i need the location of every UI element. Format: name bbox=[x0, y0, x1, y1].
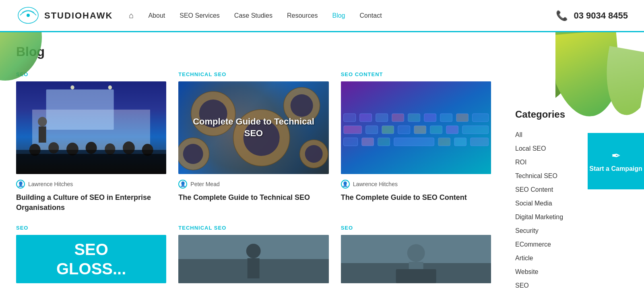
svg-rect-53 bbox=[248, 258, 260, 278]
svg-rect-44 bbox=[361, 138, 374, 146]
phone-icon: 📞 bbox=[556, 10, 568, 21]
svg-point-52 bbox=[246, 244, 261, 258]
blog-card-4: SEO SEOGLOSS... bbox=[16, 225, 166, 289]
svg-rect-26 bbox=[343, 114, 355, 122]
blog-category-2: TECHNICAL SEO bbox=[178, 71, 328, 77]
category-article[interactable]: Article bbox=[515, 251, 632, 265]
blog-post-title-1[interactable]: Building a Culture of SEO in Enterprise … bbox=[16, 193, 166, 213]
conference-image bbox=[16, 81, 166, 174]
nav-contact[interactable]: Contact bbox=[360, 12, 382, 19]
blog-category-4: SEO bbox=[16, 225, 166, 231]
nav-seo-services[interactable]: SEO Services bbox=[180, 12, 220, 19]
category-security[interactable]: Security bbox=[515, 224, 632, 238]
blog-grid-row2: SEO SEOGLOSS... TECHNICAL SEO bbox=[16, 225, 491, 289]
blog-image-6[interactable] bbox=[341, 235, 491, 283]
nav-about[interactable]: About bbox=[148, 12, 165, 19]
seo-glossary-image: SEOGLOSS... bbox=[16, 235, 166, 283]
svg-rect-40 bbox=[430, 126, 442, 134]
nav-case-studies[interactable]: Case Studies bbox=[234, 12, 272, 19]
svg-rect-42 bbox=[462, 126, 488, 134]
svg-rect-33 bbox=[456, 114, 468, 122]
svg-point-9 bbox=[105, 143, 115, 155]
svg-rect-32 bbox=[440, 114, 452, 122]
svg-rect-39 bbox=[414, 126, 426, 134]
person-image bbox=[341, 235, 491, 283]
blog-post-title-2[interactable]: The Complete Guide to Technical SEO bbox=[178, 193, 328, 203]
category-digital-marketing[interactable]: Digital Marketing bbox=[515, 210, 632, 224]
header: STUDIOHAWK ⌂ About SEO Services Case Stu… bbox=[0, 0, 644, 32]
svg-point-7 bbox=[66, 143, 78, 156]
main-wrapper: Blog SEO bbox=[0, 32, 644, 307]
author-row-2: 👤 Peter Mead bbox=[178, 180, 328, 189]
sidebar: Categories All Local SEO ROI Technical S… bbox=[507, 32, 644, 307]
author-row-1: 👤 Lawrence Hitches bbox=[16, 180, 166, 189]
logo-text: STUDIOHAWK bbox=[44, 10, 113, 21]
phone-number[interactable]: 03 9034 8455 bbox=[574, 10, 628, 21]
category-website[interactable]: Website bbox=[515, 265, 632, 279]
blog-card-2: TECHNICAL SEO bbox=[178, 71, 328, 213]
svg-rect-45 bbox=[378, 138, 390, 146]
blog-post-title-3[interactable]: The Complete Guide to SEO Content bbox=[341, 193, 491, 203]
blog-image-3[interactable]: Complete Guide to SEO Content bbox=[341, 81, 491, 174]
svg-rect-30 bbox=[408, 114, 420, 122]
start-campaign-button[interactable]: ✒ Start a Campaign bbox=[588, 133, 644, 189]
home-icon[interactable]: ⌂ bbox=[129, 11, 134, 20]
svg-rect-58 bbox=[396, 269, 436, 283]
blog-category-1: SEO bbox=[16, 71, 166, 77]
svg-rect-4 bbox=[39, 127, 46, 143]
blog-card-1: SEO bbox=[16, 71, 166, 213]
logo-icon bbox=[16, 4, 40, 27]
keyboard-image: Complete Guide to SEO Content bbox=[341, 81, 491, 174]
blog-card-5: TECHNICAL SEO bbox=[178, 225, 328, 289]
svg-rect-28 bbox=[376, 114, 388, 122]
gears-text: Complete Guide to Technical SEO bbox=[178, 112, 328, 143]
blog-content: Blog SEO bbox=[0, 32, 507, 307]
blog-image-1[interactable] bbox=[16, 81, 166, 174]
svg-point-13 bbox=[70, 85, 74, 89]
header-right: 📞 03 9034 8455 bbox=[556, 10, 628, 21]
campaign-icon: ✒ bbox=[611, 149, 621, 162]
svg-point-56 bbox=[407, 244, 425, 262]
nav-resources[interactable]: Resources bbox=[287, 12, 318, 19]
svg-rect-31 bbox=[424, 114, 436, 122]
blog-image-5[interactable] bbox=[178, 235, 328, 283]
svg-rect-12 bbox=[16, 154, 166, 174]
svg-rect-35 bbox=[343, 126, 361, 134]
svg-rect-49 bbox=[470, 138, 488, 146]
svg-point-22 bbox=[183, 144, 203, 164]
seo-glossary-text: SEOGLOSS... bbox=[56, 240, 126, 278]
svg-point-8 bbox=[86, 142, 97, 154]
nav-blog[interactable]: Blog bbox=[332, 12, 345, 19]
svg-rect-37 bbox=[382, 126, 394, 134]
blog-grid-row1: SEO bbox=[16, 71, 491, 213]
blog-image-2[interactable]: Complete Guide to Technical SEO bbox=[178, 81, 328, 174]
category-seo[interactable]: SEO bbox=[515, 279, 632, 292]
svg-rect-29 bbox=[392, 114, 404, 122]
blog-category-3: SEO CONTENT bbox=[341, 71, 491, 77]
category-ecommerce[interactable]: ECommerce bbox=[515, 238, 632, 251]
leaf-decoration-top-right bbox=[555, 32, 644, 133]
gears-image: Complete Guide to Technical SEO bbox=[178, 81, 328, 174]
author-name-3: Lawrence Hitches bbox=[353, 181, 398, 187]
svg-point-1 bbox=[27, 14, 30, 17]
author-icon-2: 👤 bbox=[178, 180, 187, 189]
blog-card-6: SEO bbox=[341, 225, 491, 289]
svg-rect-38 bbox=[398, 126, 410, 134]
campaign-text: Start a Campaign bbox=[589, 165, 642, 173]
svg-point-6 bbox=[48, 142, 59, 154]
blog-image-4[interactable]: SEOGLOSS... bbox=[16, 235, 166, 283]
svg-rect-2 bbox=[46, 89, 114, 130]
logo[interactable]: STUDIOHAWK bbox=[16, 4, 113, 27]
category-social-media[interactable]: Social Media bbox=[515, 197, 632, 210]
svg-rect-41 bbox=[446, 126, 458, 134]
author-icon-1: 👤 bbox=[16, 180, 25, 189]
author-row-3: 👤 Lawrence Hitches bbox=[341, 180, 491, 189]
svg-point-24 bbox=[305, 145, 323, 163]
svg-point-3 bbox=[38, 117, 47, 127]
author-name-1: Lawrence Hitches bbox=[28, 181, 73, 187]
svg-rect-48 bbox=[454, 138, 466, 146]
author-icon-3: 👤 bbox=[341, 180, 350, 189]
blog-card-3: SEO CONTENT bbox=[341, 71, 491, 213]
author-name-2: Peter Mead bbox=[190, 181, 219, 187]
svg-point-10 bbox=[123, 141, 135, 154]
